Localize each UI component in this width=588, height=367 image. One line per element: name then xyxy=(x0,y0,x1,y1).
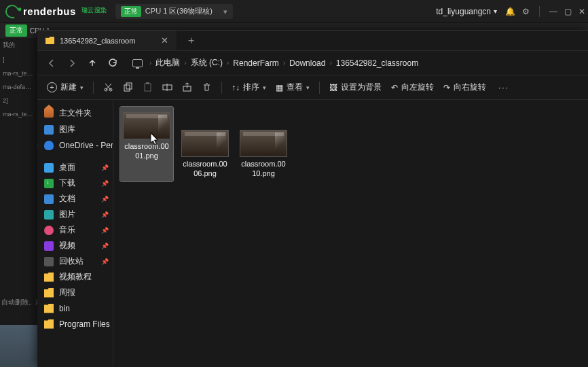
brand-logo-icon xyxy=(3,2,22,20)
sort-button[interactable]: ↑↓ 排序 ▾ xyxy=(232,82,266,93)
picture-icon xyxy=(44,210,54,220)
trash-icon xyxy=(44,257,54,266)
file-item[interactable]: classroom.0001.png xyxy=(120,107,173,181)
more-button[interactable]: ··· xyxy=(498,83,509,92)
chevron-right-icon: › xyxy=(227,59,229,67)
nav-label: bin xyxy=(59,304,70,313)
nav-onedrive[interactable]: ›OneDrive - Per xyxy=(37,137,113,153)
nav-label: 音乐 xyxy=(59,224,75,236)
explorer-toolbar: + 新建 ▾ ↑↓ 排序 ▾ ▦ 查看 ▾ 🖼 设置为背景 ↶ 向左旋转 xyxy=(37,75,588,100)
explorer-tabstrip: 136542982_classroom ✕ ＋ xyxy=(37,31,588,51)
file-thumbnail xyxy=(240,130,287,157)
nav-desktop[interactable]: 桌面📌 xyxy=(37,160,113,175)
explorer-tab[interactable]: 136542982_classroom ✕ xyxy=(37,31,177,50)
bell-icon[interactable]: 🔔 xyxy=(505,7,515,16)
new-label: 新建 xyxy=(60,82,77,93)
breadcrumb-item[interactable]: Download xyxy=(289,58,325,68)
file-item[interactable]: classroom.0010.png xyxy=(237,107,290,181)
new-button[interactable]: + 新建 ▾ xyxy=(47,82,84,93)
new-tab-button[interactable]: ＋ xyxy=(186,34,196,47)
file-name: classroom.0010.png xyxy=(240,160,287,179)
sort-label: 排序 xyxy=(243,82,259,93)
chevron-down-icon: ▾ xyxy=(263,84,266,91)
rb-side-item[interactable]: ma-rs_test_… xyxy=(3,70,35,77)
rb-side-item[interactable]: ] xyxy=(3,56,35,63)
nav-folder-4[interactable]: Program Files xyxy=(37,316,113,332)
image-icon: 🖼 xyxy=(329,83,337,92)
pin-icon: 📌 xyxy=(101,227,109,234)
forward-button[interactable] xyxy=(65,56,79,71)
close-tab-button[interactable]: ✕ xyxy=(161,35,168,46)
view-button[interactable]: ▦ 查看 ▾ xyxy=(276,82,310,93)
minimize-button[interactable]: — xyxy=(549,7,557,16)
user-menu[interactable]: td_liyuguangcn ▾ xyxy=(436,7,497,16)
nav-gallery[interactable]: 图库 xyxy=(37,122,113,137)
nav-recycle[interactable]: 回收站📌 xyxy=(37,254,113,269)
rb-tab-status[interactable]: 正常 xyxy=(5,24,27,37)
explorer-nav: 主文件夹 图库 ›OneDrive - Per 桌面📌 下载📌 文档📌 图片📌 … xyxy=(37,100,113,367)
nav-folder-3[interactable]: bin xyxy=(37,300,113,316)
nav-label: 周报 xyxy=(59,287,75,298)
rotate-right-button[interactable]: ↷ 向右旋转 xyxy=(443,82,486,93)
set-bg-label: 设置为背景 xyxy=(341,82,382,93)
nav-videos[interactable]: 视频📌 xyxy=(37,238,113,254)
paste-button[interactable] xyxy=(143,82,153,92)
plus-icon: + xyxy=(47,82,57,92)
breadcrumb-item[interactable]: 此电脑 xyxy=(155,57,180,69)
explorer-addressbar: › 此电脑 › 系统 (C:) › RenderFarm › Download … xyxy=(37,51,588,75)
rotate-right-label: 向右旋转 xyxy=(454,82,486,93)
nav-documents[interactable]: 文档📌 xyxy=(37,191,113,207)
cpu-region-select[interactable]: 正常 CPU 1 区(36物理核) ▾ xyxy=(115,4,233,19)
copy-button[interactable] xyxy=(123,82,133,92)
nav-folder-2[interactable]: 周报 xyxy=(37,285,113,300)
nav-label: 回收站 xyxy=(59,256,84,267)
rb-side-header: 我的 xyxy=(3,41,35,50)
pin-icon: 📌 xyxy=(101,243,109,249)
nav-folder-1[interactable]: 视频教程 xyxy=(37,269,113,285)
pin-icon: 📌 xyxy=(101,196,109,203)
pin-icon: 📌 xyxy=(101,258,109,265)
file-name: classroom.0006.png xyxy=(181,160,229,179)
breadcrumb-item[interactable]: 136542982_classroom xyxy=(336,58,418,68)
breadcrumb-item[interactable]: RenderFarm xyxy=(233,58,278,68)
refresh-button[interactable] xyxy=(105,56,120,71)
svg-rect-4 xyxy=(145,84,151,91)
delete-button[interactable] xyxy=(202,82,212,92)
file-name: classroom.0001.png xyxy=(123,142,170,161)
rotate-left-icon: ↶ xyxy=(391,83,398,92)
file-item[interactable]: classroom.0006.png xyxy=(179,107,232,181)
set-background-button[interactable]: 🖼 设置为背景 xyxy=(329,82,382,93)
up-button[interactable] xyxy=(85,56,100,71)
close-button[interactable]: ✕ xyxy=(578,7,585,16)
nav-label: 视频教程 xyxy=(59,271,92,283)
cut-button[interactable] xyxy=(103,82,113,92)
rb-side-item[interactable]: ma-rs_test_… xyxy=(3,111,35,118)
nav-music[interactable]: 音乐📌 xyxy=(37,222,113,238)
file-thumbnail xyxy=(123,112,170,139)
rb-side-item[interactable]: 2] xyxy=(3,97,35,104)
nav-downloads[interactable]: 下载📌 xyxy=(37,175,113,191)
rotate-right-icon: ↷ xyxy=(443,83,450,92)
rename-button[interactable] xyxy=(162,82,172,92)
view-label: 查看 xyxy=(287,82,303,93)
folder-icon xyxy=(45,37,54,44)
chevron-right-icon: › xyxy=(37,142,38,149)
nav-home[interactable]: 主文件夹 xyxy=(37,104,113,122)
chevron-down-icon: ▾ xyxy=(494,7,497,15)
pc-icon xyxy=(132,59,143,67)
explorer-content[interactable]: classroom.0001.png classroom.0006.png cl… xyxy=(113,100,588,367)
back-button[interactable] xyxy=(44,56,59,71)
svg-rect-5 xyxy=(146,82,149,84)
breadcrumb-item[interactable]: 系统 (C:) xyxy=(191,57,223,69)
nav-pictures[interactable]: 图片📌 xyxy=(37,207,113,222)
nav-label: 下载 xyxy=(59,177,75,189)
cpu-status-badge: 正常 xyxy=(121,6,141,17)
rb-side-item[interactable]: ma-default… xyxy=(3,84,35,90)
maximize-button[interactable]: ▢ xyxy=(564,7,572,16)
sort-icon: ↑↓ xyxy=(232,83,240,92)
chevron-right-icon: › xyxy=(184,59,186,67)
rotate-left-button[interactable]: ↶ 向左旋转 xyxy=(391,82,434,93)
gear-icon[interactable]: ⚙ xyxy=(522,7,530,16)
brand-cn: 瑞云渲染 xyxy=(81,6,107,15)
share-button[interactable] xyxy=(182,82,192,92)
